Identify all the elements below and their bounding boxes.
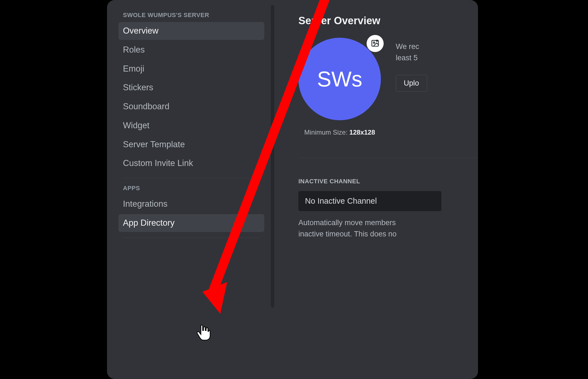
sidebar-divider (123, 238, 260, 238)
sidebar-item-emoji[interactable]: Emoji (119, 60, 264, 78)
inactive-channel-label: INACTIVE CHANNEL (298, 178, 478, 185)
content-divider (298, 158, 478, 158)
upload-image-badge[interactable] (367, 35, 384, 52)
sidebar-item-label: Stickers (123, 83, 153, 92)
page-title: Server Overview (298, 15, 478, 27)
recommend-text-line: least 5 (396, 52, 427, 64)
dropdown-value: No Inactive Channel (305, 197, 377, 205)
sidebar-item-label: Overview (123, 26, 158, 36)
sidebar-item-widget[interactable]: Widget (119, 117, 264, 135)
server-initials: SWs (317, 67, 362, 92)
sidebar-item-label: Soundboard (123, 102, 169, 111)
sidebar-item-stickers[interactable]: Stickers (119, 79, 264, 97)
sidebar-item-app-directory[interactable]: App Directory (119, 214, 264, 232)
recommend-text-line: We rec (396, 41, 427, 52)
sidebar-item-overview[interactable]: Overview (119, 22, 264, 40)
sidebar-item-label: Server Template (123, 140, 185, 149)
settings-sidebar: SWOLE WUMPUS'S SERVER Overview Roles Emo… (107, 0, 273, 379)
sidebar-item-label: Widget (123, 121, 149, 130)
sidebar-item-soundboard[interactable]: Soundboard (119, 98, 264, 116)
sidebar-item-integrations[interactable]: Integrations (119, 195, 264, 213)
server-icon-container: SWs Minimum Size: 128x128 (298, 38, 381, 136)
sidebar-item-label: App Directory (123, 218, 175, 228)
sidebar-divider (123, 178, 260, 178)
min-size-hint: Minimum Size: 128x128 (298, 129, 381, 136)
sidebar-item-custom-invite-link[interactable]: Custom Invite Link (119, 154, 264, 172)
sidebar-item-roles[interactable]: Roles (119, 41, 264, 59)
settings-window: SWOLE WUMPUS'S SERVER Overview Roles Emo… (107, 0, 478, 379)
settings-content: Server Overview SWs (273, 0, 478, 379)
icon-recommendation: We rec least 5 Uplo (396, 38, 427, 92)
sidebar-item-label: Roles (123, 45, 145, 54)
sidebar-section-header-server: SWOLE WUMPUS'S SERVER (119, 12, 264, 22)
inactive-channel-dropdown[interactable]: No Inactive Channel (298, 191, 441, 211)
sidebar-section-header-apps: APPS (119, 185, 264, 195)
svg-point-1 (373, 42, 375, 43)
sidebar-item-server-template[interactable]: Server Template (119, 136, 264, 154)
inactive-channel-help: Automatically move members inactive time… (298, 217, 441, 239)
upload-image-button[interactable]: Uplo (396, 75, 427, 92)
server-icon[interactable]: SWs (298, 38, 381, 120)
sidebar-item-label: Emoji (123, 64, 144, 73)
sidebar-item-label: Custom Invite Link (123, 158, 193, 168)
upload-button-label: Uplo (404, 79, 419, 87)
add-image-icon (371, 39, 380, 48)
sidebar-item-label: Integrations (123, 199, 167, 209)
